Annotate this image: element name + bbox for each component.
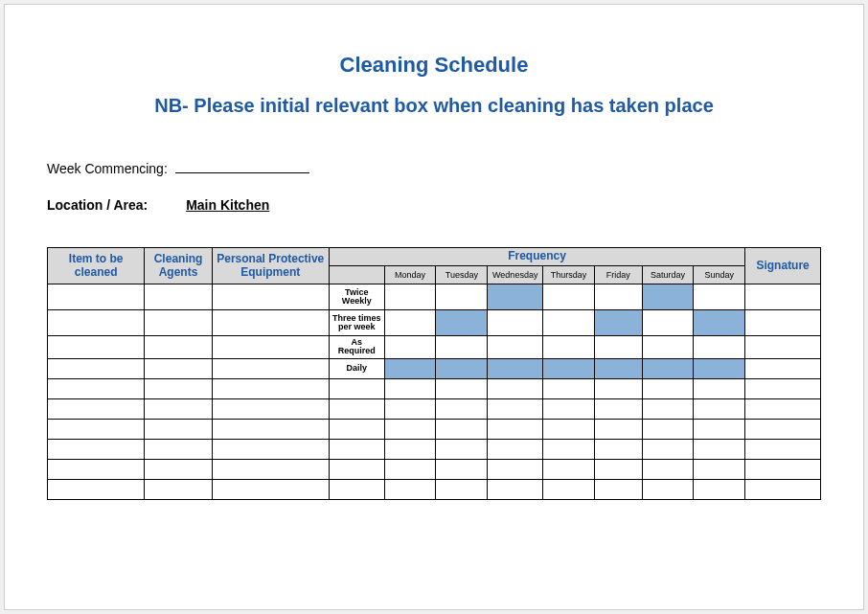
cell-item[interactable] — [48, 358, 145, 378]
cell-day[interactable] — [594, 358, 642, 378]
cell-freq-label: Daily — [329, 358, 384, 378]
table-row — [48, 378, 821, 398]
schedule-table: Item to be cleaned Cleaning Agents Perso… — [47, 247, 821, 500]
location-label: Location / Area: — [47, 197, 148, 213]
page-subtitle: NB- Please initial relevant box when cle… — [47, 95, 821, 117]
document-page: Cleaning Schedule NB- Please initial rel… — [4, 4, 864, 610]
col-agents: Cleaning Agents — [145, 248, 212, 284]
cell-day[interactable] — [488, 284, 543, 310]
table-row: Twice Weekly — [48, 284, 821, 310]
cell-freq-label: Twice Weekly — [329, 284, 384, 310]
cell-day[interactable] — [543, 284, 595, 310]
cell-day[interactable] — [436, 310, 488, 336]
cell-agents[interactable] — [145, 310, 212, 336]
col-thursday: Thursday — [543, 266, 595, 284]
table-row: As Required — [48, 336, 821, 359]
cell-signature[interactable] — [745, 358, 821, 378]
cell-day[interactable] — [384, 284, 436, 310]
cell-signature[interactable] — [745, 336, 821, 359]
week-commencing-label: Week Commencing: — [47, 161, 168, 176]
cell-ppe[interactable] — [212, 336, 329, 359]
cell-item[interactable] — [48, 284, 145, 310]
col-sunday: Sunday — [694, 266, 745, 284]
cell-day[interactable] — [694, 284, 745, 310]
col-saturday: Saturday — [642, 266, 694, 284]
col-ppe: Personal Protective Equipment — [212, 248, 329, 284]
cell-day[interactable] — [384, 310, 436, 336]
cell-day[interactable] — [543, 310, 595, 336]
cell-ppe[interactable] — [212, 284, 329, 310]
cell-day[interactable] — [594, 310, 642, 336]
col-monday: Monday — [384, 266, 436, 284]
cell-item[interactable] — [48, 336, 145, 359]
table-row: Three times per week — [48, 310, 821, 336]
cell-day[interactable] — [594, 336, 642, 359]
cell-freq-label: As Required — [329, 336, 384, 359]
table-row — [48, 398, 821, 419]
col-signature: Signature — [745, 248, 821, 284]
location-line: Location / Area: Main Kitchen — [47, 197, 821, 213]
cell-day[interactable] — [488, 336, 543, 359]
col-frequency: Frequency — [329, 248, 744, 266]
cell-day[interactable] — [384, 336, 436, 359]
cell-day[interactable] — [488, 310, 543, 336]
cell-day[interactable] — [594, 284, 642, 310]
cell-ppe[interactable] — [212, 358, 329, 378]
col-friday: Friday — [594, 266, 642, 284]
cell-item[interactable] — [48, 310, 145, 336]
page-title: Cleaning Schedule — [47, 53, 821, 78]
cell-day[interactable] — [642, 358, 694, 378]
cell-day[interactable] — [694, 310, 745, 336]
cell-day[interactable] — [694, 358, 745, 378]
week-commencing-field[interactable] — [175, 172, 309, 173]
cell-day[interactable] — [543, 336, 595, 359]
cell-day[interactable] — [642, 284, 694, 310]
cell-signature[interactable] — [745, 310, 821, 336]
cell-agents[interactable] — [145, 284, 212, 310]
table-row — [48, 459, 821, 479]
cell-day[interactable] — [694, 336, 745, 359]
col-item: Item to be cleaned — [48, 248, 145, 284]
col-tuesday: Tuesday — [436, 266, 488, 284]
table-row — [48, 479, 821, 499]
cell-agents[interactable] — [145, 358, 212, 378]
table-row: Daily — [48, 358, 821, 378]
cell-day[interactable] — [488, 358, 543, 378]
location-value: Main Kitchen — [186, 197, 269, 213]
cell-day[interactable] — [543, 358, 595, 378]
header-row-1: Item to be cleaned Cleaning Agents Perso… — [48, 248, 821, 266]
table-row — [48, 439, 821, 459]
cell-day[interactable] — [642, 336, 694, 359]
cell-freq-label: Three times per week — [329, 310, 384, 336]
col-freq-blank — [329, 266, 384, 284]
cell-signature[interactable] — [745, 284, 821, 310]
cell-day[interactable] — [436, 284, 488, 310]
cell-agents[interactable] — [145, 336, 212, 359]
cell-day[interactable] — [642, 310, 694, 336]
cell-day[interactable] — [384, 358, 436, 378]
week-commencing-line: Week Commencing: — [47, 161, 821, 176]
cell-day[interactable] — [436, 358, 488, 378]
cell-ppe[interactable] — [212, 310, 329, 336]
col-wednesday: Wednesday — [488, 266, 543, 284]
cell-day[interactable] — [436, 336, 488, 359]
table-row — [48, 419, 821, 439]
